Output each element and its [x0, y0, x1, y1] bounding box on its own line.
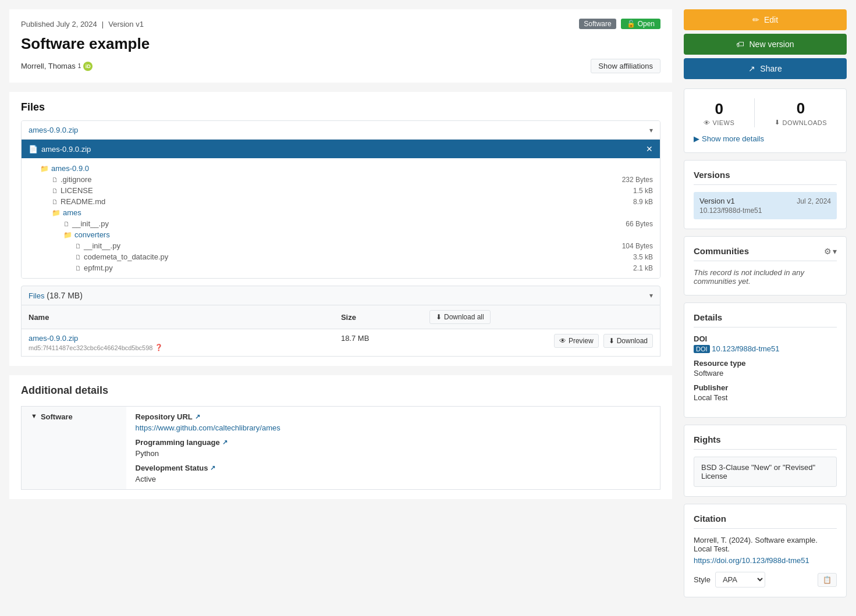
files-size: (18.7 MB)	[47, 291, 82, 300]
copy-citation-button[interactable]: 📋	[818, 573, 837, 587]
details-box-title: Details	[694, 312, 837, 327]
file-tree-header[interactable]: ames-0.9.0.zip ▾	[22, 121, 660, 140]
tree-file-init-py: 🗋 __init__.py 66 Bytes	[29, 218, 653, 229]
record-header: Published July 2, 2024 | Version v1 Soft…	[9, 9, 672, 83]
communities-header: Communities ⚙ ▾	[694, 246, 837, 261]
file-tree-inner-header: 📄 ames-0.9.0.zip ✕	[22, 140, 660, 158]
show-more-chevron: ▶	[694, 134, 699, 143]
version-item: Version v1 Jul 2, 2024 10.123/f988d-tme5…	[694, 192, 837, 219]
file-icon-gitignore: 🗋	[52, 176, 58, 183]
eye-icon: 👁	[704, 119, 711, 126]
lang-text: Programming language	[136, 438, 220, 447]
close-icon[interactable]: ✕	[646, 144, 653, 154]
stats-row: 0 👁 VIEWS 0 ⬇ DOWNLOADS	[694, 98, 837, 127]
version-label: Version v1	[108, 20, 144, 29]
software-badge: Software	[579, 19, 616, 29]
version-row: Version v1 Jul 2, 2024	[699, 197, 831, 205]
communities-box: Communities ⚙ ▾ This record is not inclu…	[684, 236, 847, 295]
tree-file-codemeta: 🗋 codemeta_to_datacite.py 3.5 kB	[29, 251, 653, 262]
file-hash: md5:7f411487ec323cbc6c46624bcd5bc598 ❓	[29, 344, 327, 351]
edit-button[interactable]: ✏ Edit	[684, 9, 847, 30]
gear-dropdown-icon: ▾	[833, 247, 837, 256]
lang-label: Programming language ↗	[136, 438, 651, 447]
hash-help-icon[interactable]: ❓	[155, 344, 163, 351]
doi-value: DOI 10.123/f988d-tme51	[694, 344, 837, 353]
hash-value: md5:7f411487ec323cbc6c46624bcd5bc598	[29, 344, 152, 351]
communities-title: Communities	[694, 246, 749, 256]
new-version-button[interactable]: 🏷 New version	[684, 34, 847, 55]
version-separator: |	[102, 20, 104, 29]
versions-box: Versions Version v1 Jul 2, 2024 10.123/f…	[684, 160, 847, 229]
views-stat: 0 👁 VIEWS	[704, 100, 734, 126]
versions-title: Versions	[694, 170, 837, 185]
filesize-codemeta: 3.5 kB	[633, 253, 653, 261]
citation-style-row: Style APA MLA Chicago Harvard 📋	[694, 572, 837, 587]
sidebar-actions: ✏ Edit 🏷 New version ↗ Share	[684, 9, 847, 79]
folder-ames[interactable]: 📁 ames	[29, 207, 653, 218]
authors-line: Morrell, Thomas1 iD Show affiliations	[21, 59, 660, 73]
download-button[interactable]: ⬇ Download	[603, 334, 653, 348]
file-actions: 👁 Preview ⬇ Download	[429, 334, 653, 348]
doi-label: DOI	[694, 334, 837, 343]
col-name: Name	[22, 305, 334, 329]
meta-badges: Software 🔓 Open	[579, 19, 660, 29]
stats-box: 0 👁 VIEWS 0 ⬇ DOWNLOADS ▶	[684, 88, 847, 153]
file-inner-name: 📄 ames-0.9.0.zip	[29, 145, 91, 154]
filename-epfmt: epfmt.py	[84, 264, 113, 272]
folder-converters[interactable]: 📁 converters	[29, 229, 653, 240]
orcid-icon: iD	[83, 62, 93, 71]
show-more-link[interactable]: ▶ Show more details	[694, 134, 837, 143]
rights-title: Rights	[694, 435, 837, 450]
root-folder[interactable]: 📁 ames-0.9.0	[29, 163, 653, 174]
publisher-label: Publisher	[694, 383, 837, 392]
filesize-init-conv: 104 Bytes	[622, 242, 653, 250]
download-all-button[interactable]: ⬇ Download all	[429, 310, 491, 324]
gear-icon: ⚙	[824, 247, 832, 256]
file-name-link[interactable]: ames-0.9.0.zip	[29, 334, 78, 343]
filesize-epfmt: 2.1 kB	[633, 264, 653, 272]
lock-icon: 🔓	[627, 20, 635, 28]
files-list-title: Files (18.7 MB)	[29, 291, 83, 300]
resource-type-item: Resource type Software	[694, 359, 837, 378]
communities-gear[interactable]: ⚙ ▾	[824, 247, 837, 256]
citation-box: Citation Morrell, T. (2024). Software ex…	[684, 504, 847, 597]
preview-button[interactable]: 👁 Preview	[554, 334, 599, 348]
share-button[interactable]: ↗ Share	[684, 58, 847, 79]
record-title: Software example	[21, 35, 660, 53]
doi-item: DOI DOI 10.123/f988d-tme51	[694, 334, 837, 353]
additional-details-section: Additional details ▼ Software Repository…	[9, 375, 672, 499]
views-label: 👁 VIEWS	[704, 119, 734, 126]
file-tree-container: ames-0.9.0.zip ▾ 📄 ames-0.9.0.zip ✕ 📁 am…	[21, 120, 660, 279]
repo-url-label: Repository URL ↗	[136, 412, 651, 421]
repo-link[interactable]: https://www.github.com/caltechlibrary/am…	[136, 423, 280, 432]
meta-left: Published July 2, 2024 | Version v1	[21, 20, 144, 29]
preview-icon: 👁	[559, 337, 566, 345]
citation-title: Citation	[694, 514, 837, 529]
downloads-count: 0	[775, 99, 827, 117]
files-list-chevron: ▾	[649, 291, 653, 300]
filename-license: LICENSE	[61, 186, 93, 195]
details-box: Details DOI DOI 10.123/f988d-tme51 Resou…	[684, 302, 847, 418]
file-icon-epfmt: 🗋	[75, 265, 81, 272]
communities-empty: This record is not included in any commu…	[694, 268, 837, 286]
version-name: Version v1	[699, 197, 735, 205]
files-list-header[interactable]: Files (18.7 MB) ▾	[21, 286, 660, 305]
filename-gitignore: .gitignore	[61, 175, 91, 184]
copy-icon: 📋	[823, 576, 832, 584]
file-icon-init: 🗋	[63, 220, 70, 227]
style-select[interactable]: APA MLA Chicago Harvard	[715, 572, 765, 587]
doi-link[interactable]: 10.123/f988d-tme51	[712, 344, 779, 353]
filesize-readme: 8.9 kB	[633, 198, 653, 206]
download-icon: ⬇	[609, 337, 615, 345]
citation-doi-link[interactable]: https://doi.org/10.123/f988d-tme51	[694, 556, 809, 565]
files-table: Name Size ⬇ Download all ames-0.9	[21, 305, 660, 357]
filename-codemeta: codemeta_to_datacite.py	[84, 252, 168, 261]
authors-text: Morrell, Thomas1 iD	[21, 62, 93, 71]
collapse-button[interactable]: ▼	[31, 412, 37, 419]
filesize-gitignore: 232 Bytes	[622, 176, 653, 184]
meta-line: Published July 2, 2024 | Version v1 Soft…	[21, 19, 660, 29]
file-row: ames-0.9.0.zip md5:7f411487ec323cbc6c466…	[22, 329, 660, 357]
file-tree-header-name: ames-0.9.0.zip	[29, 126, 78, 134]
show-affiliations-button[interactable]: Show affiliations	[591, 59, 660, 73]
file-icon-codemeta: 🗋	[75, 254, 81, 261]
